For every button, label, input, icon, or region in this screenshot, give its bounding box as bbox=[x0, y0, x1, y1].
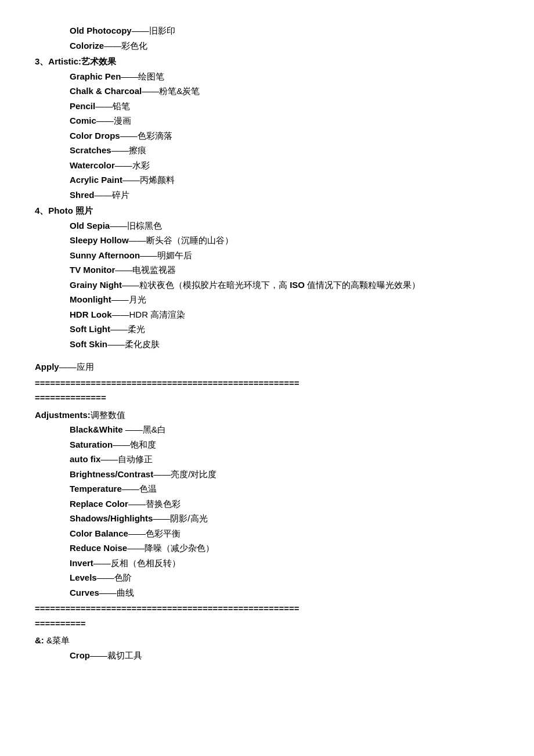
item-temperature: Temperature——色温 bbox=[70, 481, 499, 496]
section4: 4、Photo 照片 Old Sepia——旧棕黑色 Sleepy Hollow… bbox=[35, 203, 499, 351]
section3-header: 3、Artistic:艺术效果 bbox=[35, 54, 499, 69]
item-cn: 色彩滴落 bbox=[138, 131, 172, 141]
item-levels: Levels——色阶 bbox=[70, 570, 499, 585]
item-en: Graphic Pen bbox=[70, 71, 121, 81]
section3-items: Graphic Pen——绘图笔 Chalk & Charcoal——粉笔&炭笔… bbox=[35, 69, 499, 203]
ampersand-label-en: &: bbox=[35, 635, 44, 645]
item-cn: 断头谷（沉睡的山谷） bbox=[146, 235, 233, 245]
item-cn: 亮度/对比度 bbox=[171, 469, 217, 479]
item-en: Colorize bbox=[70, 41, 104, 51]
top-item-colorize: Colorize——彩色化 bbox=[35, 38, 499, 53]
section3: 3、Artistic:艺术效果 Graphic Pen——绘图笔 Chalk &… bbox=[35, 54, 499, 202]
item-cn: 粉笔&炭笔 bbox=[159, 86, 200, 96]
item-cn: 铅笔 bbox=[113, 101, 130, 111]
item-separator: —— bbox=[104, 41, 121, 51]
divider2: ========================================… bbox=[35, 601, 499, 631]
item-cn: 漫画 bbox=[114, 116, 131, 125]
item-en: Chalk & Charcoal bbox=[70, 86, 142, 96]
item-cn: 柔光 bbox=[128, 324, 145, 334]
section4-header-cn: 照片 bbox=[75, 206, 93, 215]
item-cn: 电视监视器 bbox=[132, 265, 176, 275]
item-en: Saturation bbox=[70, 440, 113, 449]
item-cn: 明媚午后 bbox=[157, 250, 192, 260]
item-separator: —— bbox=[122, 280, 139, 290]
adjustments-header: Adjustments:调整数值 bbox=[35, 408, 499, 423]
item-separator: —— bbox=[122, 175, 140, 185]
item-separator: —— bbox=[115, 265, 132, 275]
section4-header-en: 4、Photo bbox=[35, 206, 73, 215]
item-en: Levels bbox=[70, 573, 97, 582]
section4-items: Old Sepia——旧棕黑色 Sleepy Hollow——断头谷（沉睡的山谷… bbox=[35, 218, 499, 352]
item-reduce-noise: Reduce Noise——降噪（减少杂色） bbox=[70, 541, 499, 556]
item-brightness-contrast: Brightness/Contrast——亮度/对比度 bbox=[70, 467, 499, 482]
item-en: Old Photocopy bbox=[70, 26, 132, 35]
item-en: Comic bbox=[70, 116, 96, 125]
item-shred: Shred——碎片 bbox=[70, 188, 499, 203]
item-separator: —— bbox=[100, 454, 118, 464]
item-cn: 裁切工具 bbox=[107, 650, 142, 660]
item-hdr-look: HDR Look——HDR 高清渲染 bbox=[70, 307, 499, 322]
item-cn: 月光 bbox=[129, 294, 146, 304]
item-en: Acrylic Paint bbox=[70, 175, 122, 185]
item-cn: 柔化皮肤 bbox=[125, 339, 160, 349]
item-en: Soft Light bbox=[70, 324, 110, 334]
section4-header: 4、Photo 照片 bbox=[35, 203, 499, 218]
item-graphic-pen: Graphic Pen——绘图笔 bbox=[70, 69, 499, 84]
item-color-drops: Color Drops——色彩滴落 bbox=[70, 128, 499, 143]
item-cn: 色阶 bbox=[114, 573, 132, 582]
item-cn: 黑&白 bbox=[143, 424, 166, 434]
item-auto-fix: auto fix——自动修正 bbox=[70, 452, 499, 467]
top-items: Old Photocopy——旧影印 Colorize——彩色化 bbox=[35, 23, 499, 53]
item-cn: 旧影印 bbox=[149, 26, 175, 35]
ampersand-items: Crop——裁切工具 bbox=[35, 648, 499, 663]
item-en: Scratches bbox=[70, 145, 111, 155]
item-black-white: Black&White ——黑&白 bbox=[70, 422, 499, 437]
item-separator: —— bbox=[95, 190, 112, 200]
item-invert: Invert——反相（色相反转） bbox=[70, 556, 499, 571]
item-cn: 彩色化 bbox=[121, 41, 147, 51]
item-en: Curves bbox=[70, 588, 99, 597]
item-separator: —— bbox=[127, 543, 145, 553]
adjustments-section: Adjustments:调整数值 Black&White ——黑&白 Satur… bbox=[35, 408, 499, 600]
item-en: HDR Look bbox=[70, 309, 112, 319]
item-en: Temperature bbox=[70, 484, 122, 494]
item-curves: Curves——曲线 bbox=[70, 585, 499, 600]
item-en: Sleepy Hollow bbox=[70, 235, 129, 245]
item-soft-skin: Soft Skin——柔化皮肤 bbox=[70, 337, 499, 352]
item-separator: —— bbox=[93, 558, 111, 568]
item-scratches: Scratches——擦痕 bbox=[70, 143, 499, 158]
item-watercolor: Watercolor——水彩 bbox=[70, 158, 499, 173]
item-en: Color Drops bbox=[70, 131, 120, 141]
item-comic: Comic——漫画 bbox=[70, 113, 499, 128]
item-en: Old Sepia bbox=[70, 221, 110, 231]
item-cn: 曲线 bbox=[117, 588, 134, 597]
item-cn: HDR 高清渲染 bbox=[129, 309, 186, 319]
item-cn: 反相（色相反转） bbox=[111, 558, 181, 568]
item-cn: 自动修正 bbox=[118, 454, 153, 464]
ampersand-header: &: &菜单 bbox=[35, 633, 499, 648]
item-replace-color: Replace Color——替换色彩 bbox=[70, 496, 499, 512]
item-crop: Crop——裁切工具 bbox=[70, 648, 499, 663]
top-item-old-photocopy: Old Photocopy——旧影印 bbox=[35, 23, 499, 38]
item-en: TV Monitor bbox=[70, 265, 115, 275]
item-cn: 降噪（减少杂色） bbox=[145, 543, 214, 553]
item-separator: —— bbox=[129, 235, 146, 245]
item-en: Grainy Night bbox=[70, 280, 122, 290]
divider1: ========================================… bbox=[35, 376, 499, 405]
item-en: Pencil bbox=[70, 101, 95, 111]
item-separator: —— bbox=[153, 469, 171, 479]
item-en: Reduce Noise bbox=[70, 543, 127, 553]
item-separator: —— bbox=[140, 250, 157, 260]
apply-cn: 应用 bbox=[77, 362, 94, 372]
item-separator: —— bbox=[107, 339, 125, 349]
item-chalk-charcoal: Chalk & Charcoal——粉笔&炭笔 bbox=[70, 84, 499, 99]
item-color-balance: Color Balance——色彩平衡 bbox=[70, 526, 499, 541]
apply-line: Apply——应用 bbox=[35, 359, 499, 375]
item-separator: —— bbox=[115, 160, 132, 170]
item-separator: —— bbox=[121, 71, 138, 81]
item-cn: 旧棕黑色 bbox=[127, 221, 162, 231]
item-separator: —— bbox=[99, 588, 117, 597]
adjustments-label-cn: 调整数值 bbox=[91, 410, 125, 420]
item-separator: —— bbox=[111, 145, 129, 155]
item-sleepy-hollow: Sleepy Hollow——断头谷（沉睡的山谷） bbox=[70, 233, 499, 248]
